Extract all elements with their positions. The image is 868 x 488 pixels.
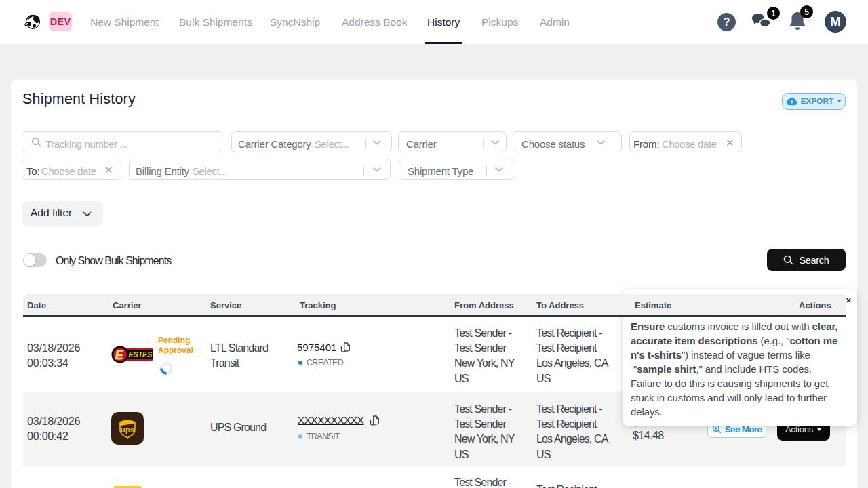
svg-text:ups: ups (121, 426, 134, 434)
svg-text:ESTES: ESTES (129, 350, 153, 359)
svg-text:E: E (115, 348, 124, 362)
